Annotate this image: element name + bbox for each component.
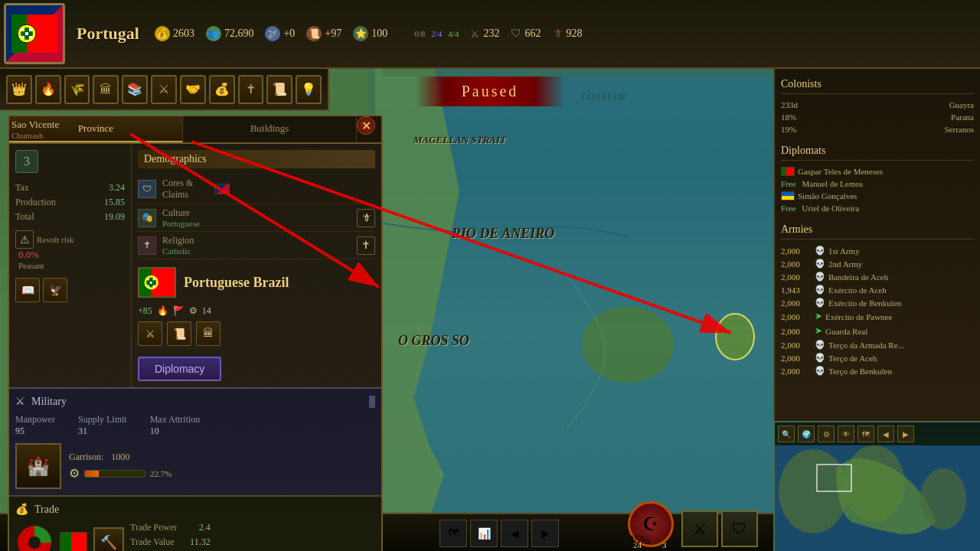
action-icon-gov[interactable]: 📜 bbox=[266, 75, 292, 104]
army-row-9: 2,000💀Terço de Benkulen bbox=[781, 364, 974, 377]
minimap-btn-7[interactable]: ▶ bbox=[897, 425, 914, 442]
army-row-0: 2,000💀1st Army bbox=[781, 244, 974, 257]
action-icon-diplomacy[interactable]: 🤝 bbox=[180, 75, 206, 104]
dev-number: 3 bbox=[15, 150, 38, 173]
revolt-value: 0.0% bbox=[15, 249, 125, 261]
action-icon-ideas[interactable]: 💡 bbox=[296, 75, 322, 104]
province-dev: 3 bbox=[15, 150, 125, 173]
revolt-icon: ⚠ bbox=[15, 230, 34, 249]
province-icon-1[interactable]: ⚔ bbox=[138, 321, 162, 346]
culture-label: Culture bbox=[162, 207, 208, 219]
nav-icon-1[interactable]: 🗺 bbox=[439, 520, 467, 547]
weapons-display: ⚔ 232 bbox=[470, 28, 499, 41]
army-size-7: 2,000 bbox=[781, 341, 812, 350]
religion-value: Catholic bbox=[162, 246, 208, 256]
action-icon-estates[interactable]: 👑 bbox=[6, 75, 32, 104]
diplo-display: 🕊 +0 bbox=[265, 26, 295, 41]
military-scroll-handle[interactable] bbox=[369, 396, 375, 408]
bottom-army-2[interactable]: 🛡 bbox=[721, 510, 758, 547]
army-name-5: Exército de Pawnee bbox=[825, 312, 974, 321]
svg-point-2 bbox=[716, 314, 754, 360]
army-row-1: 2,000💀2nd Army bbox=[781, 257, 974, 270]
svg-rect-12 bbox=[25, 32, 28, 35]
close-button[interactable]: ✕ bbox=[357, 116, 375, 135]
total-row: Total 19.09 bbox=[15, 210, 125, 224]
svg-text:COAST OF: COAST OF bbox=[582, 91, 626, 102]
armies-section: Armies 2,000💀1st Army2,000💀2nd Army2,000… bbox=[781, 220, 974, 377]
svg-rect-21 bbox=[150, 282, 152, 284]
army-icon-8: 💀 bbox=[815, 353, 825, 363]
garrison-progress-row: ⚙ 22.7% bbox=[69, 466, 172, 481]
svg-point-29 bbox=[920, 468, 966, 530]
resources-bar: 💰 2603 👥 72,690 🕊 +0 📜 +97 ⭐ 100 0/8 2/4… bbox=[155, 26, 980, 41]
nav-icon-3[interactable]: ◀ bbox=[501, 520, 528, 547]
army-icon-3: 💀 bbox=[815, 285, 825, 295]
religion-label: Religion bbox=[162, 235, 208, 246]
attrition-stat: Max Attrition 10 bbox=[150, 414, 201, 437]
minimap-btn-4[interactable]: 👁 bbox=[838, 425, 854, 442]
garrison-icon: ⚙ bbox=[69, 466, 80, 481]
flag-icon: 🚩 bbox=[173, 305, 185, 317]
action-icon-religion[interactable]: ✝ bbox=[238, 75, 264, 104]
trade-value-label: Trade Value bbox=[130, 536, 175, 548]
minimap-btn-3[interactable]: ⚙ bbox=[818, 425, 835, 442]
diplomat-row-4: Free Uriel de Oliveira bbox=[781, 202, 974, 214]
action-icon-trade[interactable]: 💰 bbox=[209, 75, 235, 104]
eagle-icon[interactable]: 🦅 bbox=[43, 278, 67, 302]
army-name-4: Exército de Benkulen bbox=[828, 298, 974, 308]
trade-flag bbox=[60, 532, 87, 552]
cores-label: Cores & Claims bbox=[162, 178, 208, 201]
province-icon-3[interactable]: 🏛 bbox=[196, 321, 220, 346]
dev-count: 14 bbox=[202, 305, 211, 317]
action-icon-fire[interactable]: 🔥 bbox=[35, 75, 61, 104]
gear-icon: ⚙ bbox=[189, 305, 198, 317]
action-icon-military[interactable]: ⚔ bbox=[151, 75, 177, 104]
svg-rect-19 bbox=[147, 278, 149, 280]
trade-section: 💰 Trade 🔨 Trade Power 2.4 bbox=[9, 495, 381, 551]
army-row-8: 2,000💀Terço de Aceh bbox=[781, 351, 974, 364]
diplomat-row-2: Free Manuel de Lemos bbox=[781, 178, 974, 190]
svg-rect-22 bbox=[147, 285, 149, 288]
minimap[interactable]: 🔍 🌍 ⚙ 👁 🗺 ◀ ▶ bbox=[773, 421, 980, 551]
colonists-section: Colonists 233d Guayra 18% Parana 19% Ser… bbox=[781, 75, 974, 135]
nav-icon-4[interactable]: ▶ bbox=[531, 520, 559, 547]
military-sword-icon: ⚔ bbox=[15, 395, 25, 408]
minimap-btn-6[interactable]: ◀ bbox=[877, 425, 894, 442]
colonist-row-2: 18% Parana bbox=[781, 111, 974, 123]
province-icon-2[interactable]: 📜 bbox=[167, 321, 191, 346]
army-counts: 0/8 2/4 4/4 bbox=[414, 29, 459, 38]
army-icon-2: 💀 bbox=[815, 272, 825, 282]
map-label-grosso: O GROS SO bbox=[398, 333, 469, 349]
army-size-0: 2,000 bbox=[781, 246, 812, 256]
minimap-btn-2[interactable]: 🌍 bbox=[798, 425, 815, 442]
cores-icon: 🛡 bbox=[138, 180, 156, 198]
army-size-3: 1,943 bbox=[781, 285, 812, 295]
culture-item: 🎭 Culture Portuguese 🗡 bbox=[138, 204, 375, 232]
nav-icon-2[interactable]: 📊 bbox=[470, 520, 498, 547]
revolt-type: Peasant bbox=[15, 261, 125, 270]
action-icon-buildings[interactable]: 🏛 bbox=[93, 75, 119, 104]
revolt-section: ⚠ Revolt risk 0.0% Peasant bbox=[15, 230, 125, 270]
tax-row: Tax 3.24 bbox=[15, 181, 125, 195]
flag-svg bbox=[11, 11, 57, 57]
top-actions-bar: 👑 🔥 🌾 🏛 📚 ⚔ 🤝 💰 ✝ 📜 💡 bbox=[0, 69, 329, 111]
manpower-stat: Manpower 95 bbox=[15, 414, 55, 437]
army-name-8: Terço de Aceh bbox=[828, 354, 974, 363]
army-size-2: 2,000 bbox=[781, 272, 812, 282]
army-row-3: 1,943💀Exército de Aceh bbox=[781, 283, 974, 296]
army-icon-1: 💀 bbox=[815, 259, 825, 269]
core-flag-1 bbox=[214, 184, 230, 194]
minimap-btn-5[interactable]: 🗺 bbox=[858, 425, 874, 442]
tab-buildings[interactable]: Buildings bbox=[183, 116, 357, 142]
faction-count: 24 bbox=[633, 540, 642, 549]
army-size-9: 2,000 bbox=[781, 367, 812, 376]
prestige-display: ⭐ 100 bbox=[353, 26, 387, 41]
minimap-btn-1[interactable]: 🔍 bbox=[778, 425, 795, 442]
bottom-army-1[interactable]: ⚔ bbox=[681, 510, 718, 547]
action-icon-grain[interactable]: 🌾 bbox=[64, 75, 90, 104]
book-icon[interactable]: 📖 bbox=[15, 278, 40, 302]
action-icon-tech[interactable]: 📚 bbox=[122, 75, 148, 104]
diplomacy-button[interactable]: Diplomacy bbox=[138, 357, 221, 381]
army-icon-5: ➤ bbox=[815, 311, 822, 322]
diplomat-row-3: Simão Gonçalves bbox=[781, 190, 974, 202]
